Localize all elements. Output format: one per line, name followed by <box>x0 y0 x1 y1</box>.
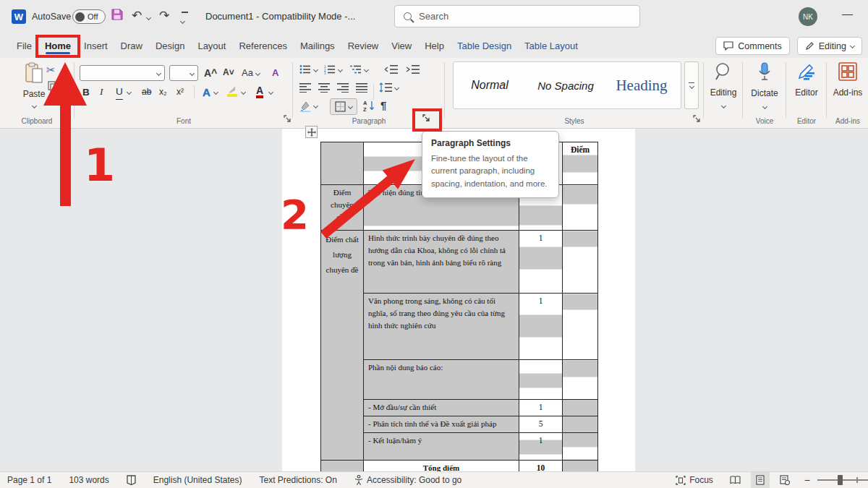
tab-references[interactable]: References <box>232 35 293 56</box>
group-cell[interactable]: Điểm chuyên cần <box>321 185 364 231</box>
editor-button[interactable]: Editor <box>787 62 826 98</box>
shrink-font-button[interactable]: A˅ <box>223 67 234 77</box>
tab-table-layout[interactable]: Table Layout <box>518 35 584 56</box>
text-predictions[interactable]: Text Predictions: On <box>260 475 337 485</box>
editing-button[interactable]: Editing <box>705 62 742 111</box>
focus-button[interactable]: Focus <box>676 475 713 485</box>
sort-icon[interactable]: AZ <box>363 100 375 115</box>
shading-dropdown-icon[interactable] <box>313 103 318 108</box>
tab-file[interactable]: File <box>10 35 38 56</box>
shading-icon[interactable] <box>299 100 312 115</box>
styles-dialog-launcher[interactable] <box>693 115 702 124</box>
score-cell[interactable] <box>563 416 598 432</box>
tab-layout[interactable]: Layout <box>191 35 232 56</box>
change-case-button[interactable]: Aa <box>242 67 260 78</box>
score-cell[interactable] <box>563 231 598 294</box>
group-cell[interactable]: Điểm chất lượng chuyên đề <box>321 231 364 461</box>
underline-button[interactable]: U <box>116 84 123 100</box>
superscript-button[interactable]: x² <box>176 84 184 100</box>
subscript-button[interactable]: x₂ <box>159 84 167 100</box>
line-spacing-dropdown-icon[interactable] <box>394 85 399 90</box>
font-color-button[interactable]: A <box>256 84 263 100</box>
cut-icon[interactable]: ✂ <box>46 64 56 77</box>
tab-view[interactable]: View <box>385 35 418 56</box>
tab-help[interactable]: Help <box>418 35 451 56</box>
desc-cell[interactable]: Phần nội dung báo cáo: <box>364 360 519 400</box>
multilevel-dropdown-icon[interactable] <box>364 67 369 72</box>
tab-mailings[interactable]: Mailings <box>294 35 341 56</box>
web-layout-button[interactable] <box>775 472 794 488</box>
minimize-button[interactable]: — <box>842 7 853 20</box>
addins-button[interactable]: Add-ins <box>827 62 868 98</box>
bold-button[interactable]: B <box>82 84 90 100</box>
clear-formatting-button[interactable]: A <box>272 67 278 78</box>
highlight-dropdown-icon[interactable] <box>242 84 245 100</box>
print-layout-button[interactable] <box>751 472 770 488</box>
borders-button[interactable] <box>330 98 357 115</box>
underline-dropdown-icon[interactable] <box>127 84 131 100</box>
score-cell[interactable] <box>563 360 598 400</box>
italic-button[interactable]: I <box>100 84 103 100</box>
editing-mode-button[interactable]: Editing <box>797 37 862 55</box>
bullets-dropdown-icon[interactable] <box>313 67 318 72</box>
undo-icon[interactable]: ↶ <box>132 8 142 23</box>
desc-cell[interactable]: Hình thức trình bày chuyên đề đúng theo … <box>364 231 519 294</box>
styles-more-button[interactable] <box>684 61 699 109</box>
max-cell[interactable]: 5 <box>519 416 563 432</box>
undo-dropdown-icon[interactable] <box>146 15 151 20</box>
max-cell[interactable]: 1 <box>519 294 563 360</box>
proofing-icon[interactable] <box>127 475 136 485</box>
max-cell[interactable]: 1 <box>519 432 563 460</box>
decrease-indent-icon[interactable] <box>385 64 398 77</box>
redo-icon[interactable]: ↷ <box>159 8 169 23</box>
save-icon[interactable] <box>111 8 124 25</box>
align-left-icon[interactable] <box>299 82 311 95</box>
max-cell[interactable] <box>519 360 563 400</box>
autosave-toggle[interactable]: Off <box>72 9 106 24</box>
tab-home[interactable]: Home <box>38 35 77 56</box>
read-mode-button[interactable] <box>726 472 745 488</box>
text-effects-button[interactable]: A <box>203 84 210 100</box>
max-cell[interactable]: 1 <box>519 400 563 416</box>
strikethrough-button[interactable]: ab <box>142 84 151 100</box>
font-color-dropdown-icon[interactable] <box>269 84 273 100</box>
zoom-out-button[interactable]: − <box>804 474 810 486</box>
style-normal[interactable]: Normal <box>454 79 526 92</box>
show-hide-pilcrow-button[interactable]: ¶ <box>380 99 386 111</box>
desc-cell[interactable]: - Kết luận/hàm ý <box>364 432 519 460</box>
multilevel-list-icon[interactable] <box>350 64 362 77</box>
desc-cell[interactable]: - Phân tích tình thế và Đề xuất giải phá… <box>364 416 519 432</box>
styles-gallery[interactable]: Normal No Spacing Heading <box>453 61 681 109</box>
numbering-icon[interactable]: 123 <box>324 64 336 77</box>
score-cell[interactable] <box>563 400 598 416</box>
tab-insert[interactable]: Insert <box>77 35 114 56</box>
accessibility-status[interactable]: Accessibility: Good to go <box>354 475 461 485</box>
style-heading[interactable]: Heading <box>605 77 678 95</box>
zoom-slider-handle[interactable] <box>838 475 843 485</box>
desc-cell[interactable]: - Mở đầu/sự cần thiết <box>364 400 519 416</box>
header-group-cell[interactable] <box>321 142 364 185</box>
max-cell[interactable]: 1 <box>519 231 563 294</box>
page-indicator[interactable]: Page 1 of 1 <box>7 475 51 485</box>
account-avatar[interactable]: NK <box>799 7 817 26</box>
line-spacing-icon[interactable] <box>379 82 392 95</box>
customize-qat-icon[interactable] <box>181 12 188 27</box>
tab-table-design[interactable]: Table Design <box>451 35 518 56</box>
text-effects-dropdown-icon[interactable] <box>214 84 218 100</box>
comments-button[interactable]: Comments <box>715 37 789 55</box>
font-name-combo[interactable] <box>80 65 165 81</box>
bullets-icon[interactable] <box>299 64 311 77</box>
tab-draw[interactable]: Draw <box>114 35 149 56</box>
font-size-combo[interactable] <box>169 65 198 81</box>
dictate-button[interactable]: Dictate <box>744 62 786 111</box>
table-move-handle[interactable] <box>305 126 318 138</box>
justify-icon[interactable] <box>356 82 367 95</box>
copy-icon[interactable] <box>48 81 58 94</box>
highlight-button[interactable] <box>227 84 238 100</box>
increase-indent-icon[interactable] <box>407 64 420 77</box>
score-cell[interactable] <box>563 294 598 360</box>
word-logo-icon[interactable]: W <box>12 9 26 24</box>
score-cell[interactable] <box>563 432 598 460</box>
tab-review[interactable]: Review <box>341 35 386 56</box>
numbering-dropdown-icon[interactable] <box>338 67 343 72</box>
